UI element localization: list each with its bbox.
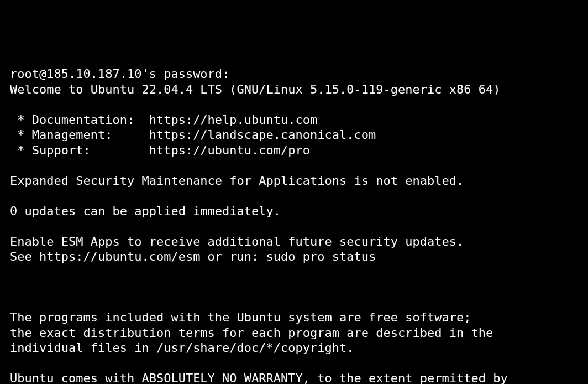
esm-status-line: Expanded Security Maintenance for Applic…	[10, 174, 464, 188]
welcome-line: Welcome to Ubuntu 22.04.4 LTS (GNU/Linux…	[10, 82, 500, 96]
free-software-line: The programs included with the Ubuntu sy…	[10, 310, 471, 324]
password-prompt-line: root@185.10.187.10's password:	[10, 67, 229, 81]
terminal-output[interactable]: root@185.10.187.10's password: Welcome t…	[10, 66, 578, 384]
esm-link-line: See https://ubuntu.com/esm or run: sudo …	[10, 250, 376, 263]
updates-line: 0 updates can be applied immediately.	[10, 204, 281, 218]
management-line: * Management: https://landscape.canonica…	[10, 128, 376, 142]
support-line: * Support: https://ubuntu.com/pro	[10, 143, 310, 157]
documentation-line: * Documentation: https://help.ubuntu.com	[10, 113, 317, 127]
distribution-terms-line: the exact distribution terms for each pr…	[10, 326, 493, 340]
warranty-line: Ubuntu comes with ABSOLUTELY NO WARRANTY…	[10, 371, 508, 384]
copyright-line: individual files in /usr/share/doc/*/cop…	[10, 341, 354, 355]
esm-enable-line: Enable ESM Apps to receive additional fu…	[10, 235, 464, 248]
